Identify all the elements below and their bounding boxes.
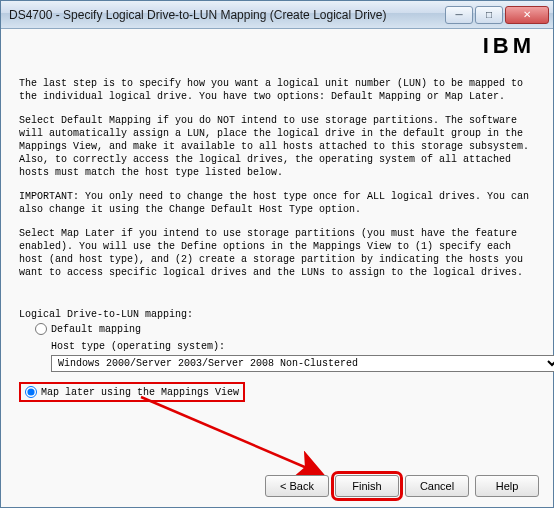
help-button[interactable]: Help — [475, 475, 539, 497]
close-button[interactable]: ✕ — [505, 6, 549, 24]
map-later-row[interactable]: Map later using the Mappings View — [19, 382, 535, 402]
button-row: < Back Finish Cancel Help — [265, 475, 539, 497]
host-type-label: Host type (operating system): — [51, 341, 535, 352]
paragraph-default: Select Default Mapping if you do NOT int… — [19, 114, 535, 179]
dialog-content: IBM The last step is to specify how you … — [1, 29, 553, 507]
mapping-section: Logical Drive-to-LUN mapping: Default ma… — [19, 309, 535, 402]
finish-button[interactable]: Finish — [335, 475, 399, 497]
map-later-highlight: Map later using the Mappings View — [19, 382, 245, 402]
titlebar: DS4700 - Specify Logical Drive-to-LUN Ma… — [1, 1, 553, 29]
cancel-button[interactable]: Cancel — [405, 475, 469, 497]
window-title: DS4700 - Specify Logical Drive-to-LUN Ma… — [9, 8, 445, 22]
dialog-window: DS4700 - Specify Logical Drive-to-LUN Ma… — [0, 0, 554, 508]
default-mapping-row[interactable]: Default mapping — [35, 323, 535, 335]
instruction-text: The last step is to specify how you want… — [19, 77, 535, 290]
mapping-section-label: Logical Drive-to-LUN mapping: — [19, 309, 535, 320]
ibm-logo: IBM — [483, 33, 535, 58]
window-controls: ─ □ ✕ — [445, 6, 549, 24]
map-later-label: Map later using the Mappings View — [41, 387, 239, 398]
host-type-select[interactable]: Windows 2000/Server 2003/Server 2008 Non… — [51, 355, 554, 372]
minimize-button[interactable]: ─ — [445, 6, 473, 24]
maximize-button[interactable]: □ — [475, 6, 503, 24]
paragraph-important: IMPORTANT: You only need to change the h… — [19, 190, 535, 216]
back-button[interactable]: < Back — [265, 475, 329, 497]
default-mapping-label: Default mapping — [51, 324, 141, 335]
svg-line-0 — [141, 397, 321, 474]
paragraph-maplater: Select Map Later if you intend to use st… — [19, 227, 535, 279]
host-type-block: Host type (operating system): Windows 20… — [51, 341, 535, 372]
map-later-radio[interactable] — [25, 386, 37, 398]
default-mapping-radio[interactable] — [35, 323, 47, 335]
brand-logo: IBM — [483, 33, 535, 59]
paragraph-intro: The last step is to specify how you want… — [19, 77, 535, 103]
